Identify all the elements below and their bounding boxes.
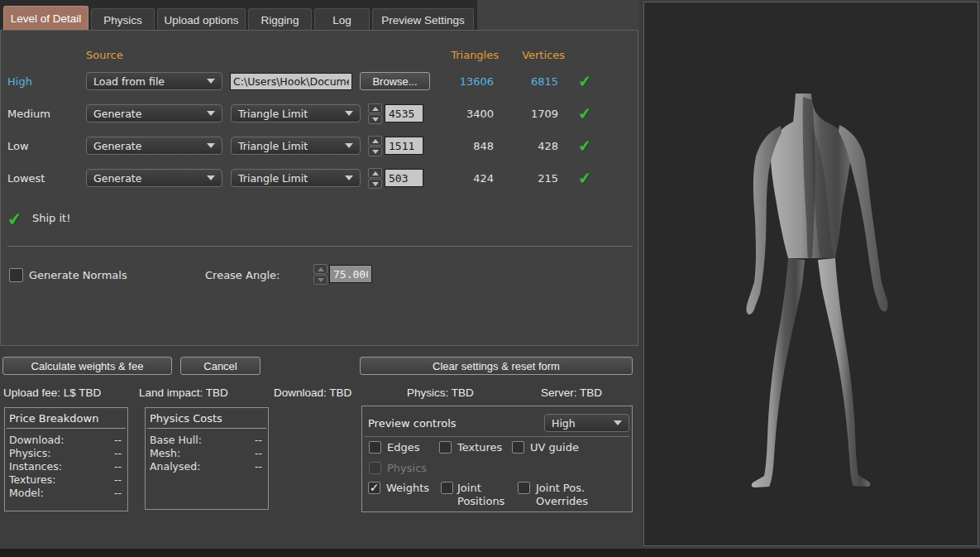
preview-detail-dropdown[interactable]: High (544, 414, 629, 432)
spin-up-button[interactable] (368, 136, 382, 146)
triangle-down-icon (372, 182, 379, 186)
physics-item-label: Base Hull: (150, 434, 202, 446)
low-limit-spinner[interactable] (368, 136, 382, 156)
level-of-detail-panel: Source Triangles Vertices High Load from… (0, 30, 638, 346)
server-status: Server: TBD (541, 387, 602, 399)
low-constraint-dropdown-value: Triangle Limit (238, 140, 308, 152)
triangle-up-icon (318, 267, 324, 271)
upload-fee-status: Upload fee: L$ TBD (3, 387, 101, 399)
triangle-down-icon (372, 118, 379, 122)
edges-checkbox[interactable] (369, 441, 381, 454)
tab-physics[interactable]: Physics (91, 8, 155, 31)
chevron-down-icon (345, 175, 353, 180)
weights-checkbox[interactable] (368, 482, 380, 494)
high-triangles-value: 13606 (414, 75, 494, 88)
joint-pos-overrides-checkbox[interactable] (518, 482, 530, 494)
high-file-path-input[interactable] (230, 73, 352, 90)
mesh-preview-figure (644, 2, 978, 545)
low-source-dropdown[interactable]: Generate (86, 137, 222, 155)
lowest-vertices-value: 215 (490, 172, 558, 185)
physics-costs-title: Physics Costs (150, 412, 222, 425)
tab-level-of-detail[interactable]: Level of Detail (3, 6, 88, 31)
generate-normals-label: Generate Normals (29, 269, 127, 281)
price-item-value: -- (114, 447, 122, 459)
tab-bar: Level of Detail Physics Upload options R… (0, 0, 638, 31)
physics-checkbox-label: Physics (387, 462, 427, 474)
ship-it-check-icon: ✔ (7, 209, 23, 230)
preview-detail-dropdown-value: High (552, 417, 576, 430)
lowest-limit-spinner[interactable] (368, 168, 382, 189)
tab-preview-settings[interactable]: Preview Settings (372, 8, 474, 31)
low-status-check-icon: ✔ (577, 136, 592, 156)
lod-row-label-high: High (7, 75, 32, 88)
uv-guide-checkbox[interactable] (512, 441, 524, 454)
chevron-down-icon (614, 420, 622, 425)
price-item-value: -- (114, 487, 122, 499)
crease-angle-label: Crease Angle: (205, 269, 280, 281)
high-status-check-icon: ✔ (577, 71, 592, 91)
weights-checkbox-label: Weights (386, 482, 429, 494)
lod-row-label-lowest: Lowest (7, 172, 45, 185)
textures-checkbox[interactable] (439, 441, 452, 454)
price-breakdown-box: Price Breakdown Download: -- Physics: --… (4, 407, 128, 511)
calculate-weights-fee-button[interactable]: Calculate weights & fee (2, 357, 172, 375)
low-source-dropdown-value: Generate (93, 140, 141, 152)
price-item-value: -- (114, 473, 122, 486)
low-constraint-dropdown[interactable]: Triangle Limit (231, 137, 361, 155)
cancel-button[interactable]: Cancel (180, 357, 261, 375)
spin-up-button[interactable] (313, 264, 327, 274)
spin-up-button[interactable] (368, 103, 382, 113)
physics-costs-box: Physics Costs Base Hull: -- Mesh: -- Ana… (145, 407, 269, 510)
medium-source-dropdown[interactable]: Generate (86, 104, 222, 122)
low-vertices-value: 428 (490, 140, 558, 152)
price-item-label: Download: (9, 434, 64, 446)
crease-angle-spinner[interactable] (313, 264, 327, 285)
chevron-down-icon (207, 79, 215, 84)
chevron-down-icon (345, 143, 353, 148)
physics-item-value: -- (255, 460, 262, 473)
chevron-down-icon (207, 175, 215, 180)
window-bottom-edge (0, 549, 980, 557)
crease-angle-input[interactable] (329, 265, 372, 283)
physics-item-label: Mesh: (150, 447, 180, 459)
medium-status-check-icon: ✔ (577, 103, 592, 123)
medium-source-dropdown-value: Generate (93, 108, 141, 120)
lowest-source-dropdown[interactable]: Generate (86, 169, 222, 187)
chevron-down-icon (345, 111, 353, 116)
spin-down-button[interactable] (368, 114, 382, 124)
high-source-dropdown-value: Load from file (93, 75, 165, 88)
price-item-label: Textures: (9, 473, 55, 486)
physics-checkbox (369, 462, 381, 474)
price-item-label: Physics: (9, 447, 50, 459)
high-source-dropdown[interactable]: Load from file (86, 72, 222, 90)
land-impact-status: Land impact: TBD (139, 387, 228, 399)
medium-constraint-dropdown[interactable]: Triangle Limit (231, 104, 361, 122)
triangle-up-icon (372, 107, 379, 111)
lowest-status-check-icon: ✔ (577, 168, 592, 188)
spin-down-button[interactable] (368, 146, 382, 156)
chevron-down-icon (207, 143, 215, 148)
chevron-down-icon (207, 111, 215, 116)
physics-status: Physics: TBD (407, 387, 474, 399)
tab-rigging[interactable]: Rigging (248, 8, 312, 31)
medium-vertices-value: 1709 (490, 108, 558, 120)
lowest-constraint-dropdown[interactable]: Triangle Limit (231, 169, 361, 187)
ship-it-label: Ship it! (32, 212, 70, 224)
box-title-separator (365, 436, 629, 437)
joint-positions-checkbox[interactable] (441, 482, 453, 494)
generate-normals-checkbox[interactable] (9, 268, 23, 282)
medium-limit-spinner[interactable] (368, 103, 382, 124)
spin-up-button[interactable] (368, 168, 382, 178)
tab-log[interactable]: Log (314, 8, 370, 31)
model-preview-viewport[interactable] (643, 2, 978, 546)
box-title-separator (7, 428, 126, 429)
box-title-separator (147, 428, 266, 429)
clear-settings-button[interactable]: Clear settings & reset form (360, 357, 633, 375)
tab-upload-options[interactable]: Upload options (157, 8, 246, 31)
triangle-down-icon (372, 150, 379, 154)
lod-row-label-medium: Medium (7, 108, 50, 120)
price-item-value: -- (114, 434, 122, 446)
spin-down-button[interactable] (313, 275, 327, 285)
preview-controls-title: Preview controls (368, 417, 457, 430)
spin-down-button[interactable] (368, 179, 382, 189)
